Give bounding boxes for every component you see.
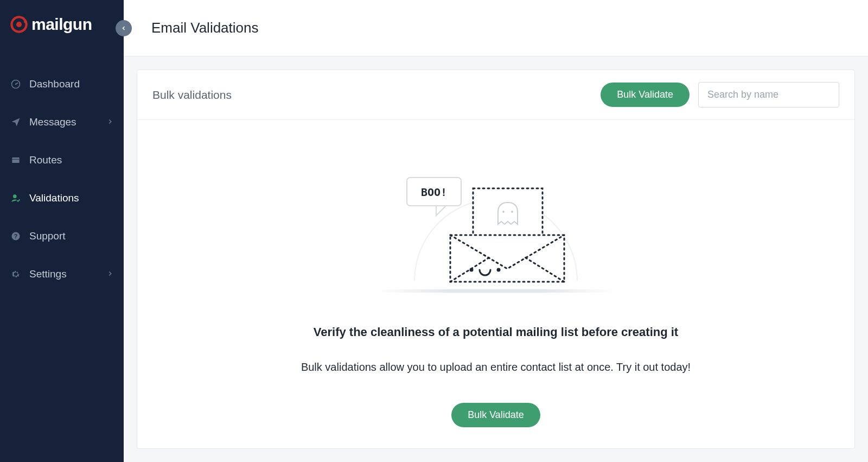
sidebar-item-support[interactable]: ? Support bbox=[0, 217, 124, 255]
empty-subtext: Bulk validations allow you to upload an … bbox=[301, 361, 691, 374]
sidebar-item-settings[interactable]: Settings bbox=[0, 255, 124, 293]
user-check-icon bbox=[10, 193, 22, 204]
svg-text:?: ? bbox=[14, 233, 18, 239]
mailgun-logo-icon bbox=[10, 15, 28, 34]
sidebar-item-label: Settings bbox=[29, 268, 99, 280]
section-title: Bulk validations bbox=[152, 88, 592, 102]
sidebar-item-dashboard[interactable]: Dashboard bbox=[0, 65, 124, 103]
main: Email Validations Bulk validations Bulk … bbox=[124, 0, 868, 462]
sidebar-item-routes[interactable]: Routes bbox=[0, 141, 124, 179]
content-panel: Bulk validations Bulk Validate BOO! bbox=[137, 69, 855, 449]
search-input[interactable] bbox=[698, 82, 839, 107]
sidebar-item-validations[interactable]: Validations bbox=[0, 179, 124, 217]
gear-icon bbox=[10, 269, 22, 280]
chevron-left-icon bbox=[120, 25, 127, 31]
svg-point-14 bbox=[470, 268, 474, 272]
chevron-right-icon bbox=[106, 268, 114, 280]
sidebar: mailgun Dashboard Messages bbox=[0, 0, 124, 462]
sidebar-item-label: Validations bbox=[29, 192, 114, 204]
bulk-validate-button[interactable]: Bulk Validate bbox=[601, 83, 690, 107]
brand-name: mailgun bbox=[31, 15, 92, 34]
chevron-right-icon bbox=[106, 116, 114, 128]
panel-header: Bulk validations Bulk Validate bbox=[137, 70, 854, 120]
svg-rect-5 bbox=[12, 157, 19, 163]
svg-point-4 bbox=[15, 84, 17, 85]
svg-point-12 bbox=[511, 211, 513, 213]
illustration-shadow bbox=[376, 289, 615, 293]
sidebar-item-label: Messages bbox=[29, 116, 99, 128]
sidebar-item-label: Support bbox=[29, 230, 114, 242]
boo-text: BOO! bbox=[421, 186, 447, 199]
empty-illustration: BOO! bbox=[376, 155, 615, 293]
empty-heading: Verify the cleanliness of a potential ma… bbox=[314, 325, 678, 339]
svg-rect-13 bbox=[450, 235, 564, 282]
topbar: Email Validations bbox=[124, 0, 868, 56]
svg-point-1 bbox=[16, 22, 22, 27]
page-title: Email Validations bbox=[151, 20, 259, 36]
bulk-validate-cta-button[interactable]: Bulk Validate bbox=[451, 403, 540, 427]
empty-state: BOO! bbox=[137, 120, 854, 448]
svg-point-2 bbox=[24, 20, 27, 23]
send-icon bbox=[10, 117, 22, 128]
help-icon: ? bbox=[10, 231, 22, 242]
svg-point-6 bbox=[13, 194, 17, 198]
collapse-sidebar-button[interactable] bbox=[116, 20, 132, 36]
svg-point-15 bbox=[497, 268, 501, 272]
logo[interactable]: mailgun bbox=[0, 0, 124, 39]
svg-point-11 bbox=[502, 211, 505, 213]
sidebar-item-label: Routes bbox=[29, 154, 114, 166]
sidebar-item-messages[interactable]: Messages bbox=[0, 103, 124, 141]
dashboard-icon bbox=[10, 79, 22, 90]
inbox-icon bbox=[10, 155, 22, 166]
sidebar-item-label: Dashboard bbox=[29, 78, 114, 90]
primary-nav: Dashboard Messages Routes bbox=[0, 65, 124, 293]
